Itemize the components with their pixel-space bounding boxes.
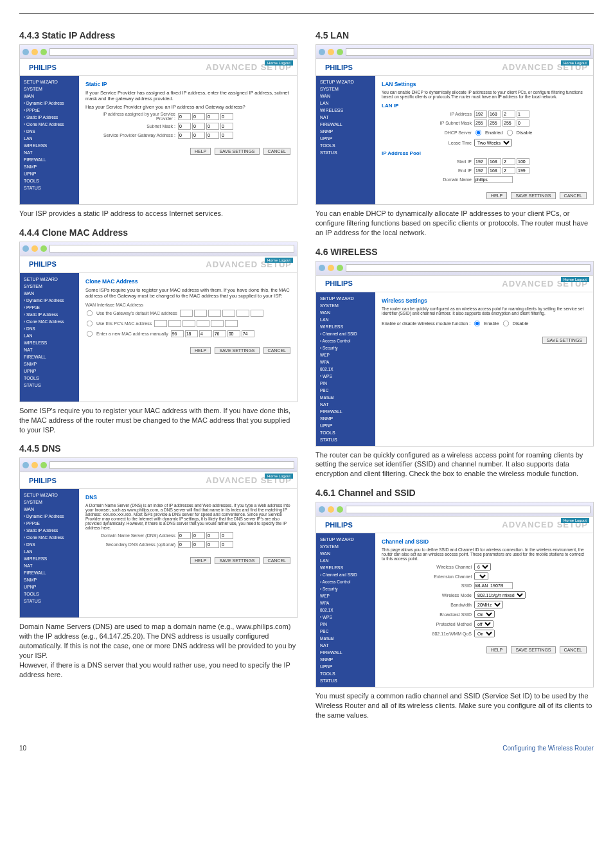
sidebar-item[interactable]: SNMP [20, 163, 79, 170]
mac-octet[interactable] [213, 330, 226, 337]
sidebar-subitem[interactable]: › PPPoE [20, 107, 79, 114]
sidebar-subitem[interactable]: › Channel and SSID [316, 571, 375, 578]
mac-octet[interactable] [197, 320, 209, 327]
radio-dhcp-disable[interactable] [506, 130, 512, 136]
protected-method-select[interactable]: off [474, 620, 493, 628]
ip-octet[interactable] [488, 158, 501, 165]
ip-octet[interactable] [488, 120, 501, 127]
radio-enable[interactable] [474, 320, 480, 326]
sidebar-item[interactable]: TOOLS [20, 375, 79, 382]
ip-octet[interactable] [502, 158, 515, 165]
sidebar-item[interactable]: UPNP [20, 368, 79, 375]
mac-octet[interactable] [236, 310, 249, 317]
mac-octet[interactable] [171, 330, 184, 337]
sidebar-subitem[interactable]: › Channel and SSID [316, 330, 375, 337]
ip-octet[interactable] [220, 113, 233, 120]
sidebar-subitem[interactable]: › Dynamic IP Address [20, 513, 79, 520]
ip-octet[interactable] [517, 111, 529, 118]
sidebar-item[interactable]: WIRELESS [20, 555, 79, 562]
home-logout[interactable]: Home Logout [265, 258, 293, 263]
sidebar-item[interactable]: STATUS [316, 436, 375, 443]
mac-octet[interactable] [154, 320, 167, 327]
sidebar-subitem[interactable]: › Static IP Address [20, 311, 79, 318]
sidebar-item[interactable]: LAN [316, 316, 375, 323]
mac-octet[interactable] [242, 330, 254, 337]
ip-octet[interactable] [517, 158, 529, 165]
sidebar-item[interactable]: SNMP [316, 415, 375, 422]
sidebar-item[interactable]: FIREWALL [20, 353, 79, 360]
ip-octet[interactable] [178, 113, 191, 120]
mac-octet[interactable] [180, 310, 193, 317]
broadcast-ssid-select[interactable]: On [474, 610, 495, 618]
sidebar-item[interactable]: WAN [20, 93, 79, 100]
ip-octet[interactable] [178, 541, 191, 548]
mac-octet[interactable] [222, 310, 235, 317]
sidebar-item[interactable]: UPNP [20, 170, 79, 177]
sidebar-item[interactable]: WAN [20, 506, 79, 513]
sidebar-subitem[interactable]: › Clone MAC Address [20, 534, 79, 541]
ip-octet[interactable] [474, 158, 487, 165]
save-button[interactable]: SAVE SETTINGS [215, 557, 259, 564]
sidebar-item[interactable]: SYSTEM [20, 85, 79, 93]
sidebar-item[interactable]: SETUP WIZARD [316, 295, 375, 302]
sidebar-item[interactable]: SETUP WIZARD [20, 276, 79, 283]
ip-octet[interactable] [220, 532, 233, 539]
sidebar-item[interactable]: NAT [20, 346, 79, 353]
sidebar-subitem[interactable]: Manual [316, 394, 375, 401]
sidebar-item[interactable]: SNMP [20, 360, 79, 368]
sidebar-item[interactable]: SETUP WIZARD [20, 78, 79, 85]
sidebar-item[interactable]: LAN [20, 548, 79, 555]
sidebar-item[interactable]: STATUS [20, 184, 79, 191]
domain-input[interactable] [474, 176, 513, 183]
ip-octet[interactable] [206, 132, 219, 139]
ip-octet[interactable] [192, 132, 205, 139]
ssid-input[interactable] [474, 582, 513, 589]
sidebar-item[interactable]: TOOLS [316, 670, 375, 677]
sidebar-item[interactable]: WAN [316, 550, 375, 557]
sidebar-item[interactable]: STATUS [316, 677, 375, 684]
radio-manual-mac[interactable] [87, 331, 93, 337]
sidebar-item[interactable]: WAN [316, 309, 375, 316]
sidebar-subitem[interactable]: 802.1X [316, 366, 375, 373]
sidebar-item[interactable]: TOOLS [316, 142, 375, 149]
sidebar-item[interactable]: FIREWALL [316, 408, 375, 415]
sidebar-subitem[interactable]: › Static IP Address [20, 114, 79, 121]
sidebar-item[interactable]: LAN [316, 100, 375, 107]
ip-octet[interactable] [474, 120, 487, 127]
home-logout[interactable]: Home Logout [561, 518, 589, 523]
ip-octet[interactable] [192, 532, 205, 539]
ip-octet[interactable] [220, 132, 233, 139]
sidebar-subitem[interactable]: › Static IP Address [20, 527, 79, 534]
sidebar-item[interactable]: WIRELESS [316, 323, 375, 330]
radio-default-mac[interactable] [87, 310, 93, 316]
radio-disable[interactable] [502, 320, 508, 326]
save-button[interactable]: SAVE SETTINGS [215, 347, 259, 354]
sidebar-item[interactable]: UPNP [316, 135, 375, 142]
sidebar-subitem[interactable]: PIN [316, 380, 375, 387]
sidebar-item[interactable]: SETUP WIZARD [316, 536, 375, 543]
sidebar-item[interactable]: WIRELESS [316, 107, 375, 114]
sidebar-subitem[interactable]: › Dynamic IP Address [20, 100, 79, 107]
mac-octet[interactable] [194, 310, 207, 317]
sidebar-item[interactable]: UPNP [20, 583, 79, 590]
ip-octet[interactable] [474, 167, 487, 174]
home-logout[interactable]: Home Logout [265, 474, 293, 479]
sidebar-item[interactable]: SYSTEM [20, 283, 79, 290]
sidebar-subitem[interactable]: › Clone MAC Address [20, 121, 79, 128]
sidebar-subitem[interactable]: WPA [316, 359, 375, 366]
sidebar-subitem[interactable]: PIN [316, 621, 375, 628]
save-button[interactable]: SAVE SETTINGS [215, 148, 259, 155]
bandwidth-select[interactable]: 20MHz [474, 601, 503, 608]
home-logout[interactable]: Home Logout [561, 60, 589, 66]
sidebar-subitem[interactable]: › Security [316, 344, 375, 351]
ip-octet[interactable] [206, 532, 219, 539]
wireless-channel-select[interactable]: 6 [474, 563, 491, 571]
sidebar-item[interactable]: SYSTEM [316, 543, 375, 550]
sidebar-subitem[interactable]: › WPS [316, 373, 375, 380]
sidebar-subitem[interactable]: › DNS [20, 541, 79, 548]
mac-octet[interactable] [182, 320, 195, 327]
sidebar-item[interactable]: SETUP WIZARD [316, 78, 375, 85]
ip-octet[interactable] [502, 167, 515, 174]
sidebar-subitem[interactable]: 802.1X [316, 607, 375, 614]
sidebar-item[interactable]: TOOLS [20, 177, 79, 184]
